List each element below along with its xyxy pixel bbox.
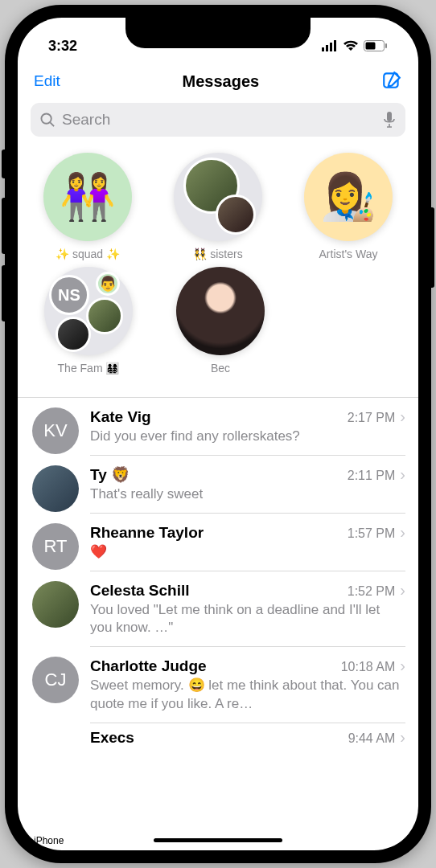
conversation-row[interactable]: Celesta Schill1:52 PM› You loved "Let me… (18, 571, 418, 647)
conversation-row[interactable]: Ty 🦁2:11 PM› That's really sweet (18, 456, 418, 514)
conv-preview: Sweet memory. 😄 let me think about that.… (90, 677, 405, 712)
conv-time: 1:52 PM (348, 584, 396, 599)
chevron-right-icon: › (400, 581, 405, 600)
svg-rect-0 (322, 47, 324, 51)
pinned-label: Bec (211, 362, 230, 375)
avatar-emoji: 👩‍🎨 (320, 170, 376, 223)
conv-preview: Did you ever find any rollerskates? (90, 428, 405, 445)
compose-button[interactable] (381, 69, 402, 93)
conv-time: 10:18 AM (341, 660, 396, 674)
watermark: iPhone (34, 835, 64, 846)
pinned-avatar: 👭 (43, 153, 132, 241)
pinned-label: Artist's Way (319, 248, 378, 260)
avatar-initials: NS (49, 275, 89, 315)
conv-time: 2:17 PM (348, 411, 396, 425)
pinned-label: 👯 sisters (193, 248, 242, 260)
search-bar[interactable] (31, 103, 405, 137)
svg-rect-1 (326, 45, 328, 51)
avatar-emoji: 👭 (60, 170, 116, 223)
conv-avatar: RT (32, 523, 79, 570)
conv-time: 1:57 PM (348, 526, 396, 541)
svg-rect-9 (387, 112, 392, 121)
pinned-conversation[interactable]: 👯 sisters (167, 153, 269, 260)
status-time: 3:32 (48, 38, 77, 55)
conv-time: 9:44 AM (348, 731, 396, 746)
pinned-conversation[interactable]: 👩‍🎨 Artist's Way (298, 153, 399, 260)
conversation-row[interactable]: KV Kate Vig2:17 PM› Did you ever find an… (18, 398, 418, 456)
conv-avatar (32, 581, 79, 628)
conv-name: Charlotte Judge (90, 657, 341, 675)
pinned-avatar: 👩‍🎨 (304, 153, 393, 241)
pinned-section: 👭 ✨ squad ✨ 👯 sisters 👩‍🎨 Artist's Way (18, 145, 418, 397)
notch (125, 18, 311, 48)
chevron-right-icon: › (400, 407, 405, 426)
conv-name: Ty 🦁 (90, 465, 348, 484)
edit-button[interactable]: Edit (34, 72, 60, 90)
page-title: Messages (183, 72, 260, 91)
home-indicator[interactable] (154, 838, 282, 842)
battery-icon (364, 40, 388, 51)
cellular-icon (322, 40, 338, 51)
chevron-right-icon: › (400, 657, 405, 675)
conversation-list[interactable]: KV Kate Vig2:17 PM› Did you ever find an… (18, 397, 418, 747)
conv-avatar: CJ (32, 657, 79, 703)
svg-point-8 (41, 113, 51, 123)
conv-name: Rheanne Taylor (90, 524, 348, 542)
svg-rect-5 (366, 43, 376, 50)
chevron-right-icon: › (400, 728, 405, 747)
pinned-avatar (176, 267, 265, 355)
conv-name: Execs (90, 729, 348, 747)
svg-rect-2 (330, 43, 332, 51)
conv-avatar (32, 465, 79, 512)
compose-icon (381, 69, 402, 90)
pinned-avatar: NS 👨 (44, 267, 133, 355)
search-input[interactable] (62, 111, 376, 129)
conversation-row[interactable]: CJ Charlotte Judge10:18 AM› Sweet memory… (18, 647, 418, 723)
conversation-row[interactable]: Execs9:44 AM› (18, 723, 418, 747)
conv-time: 2:11 PM (348, 469, 396, 483)
conv-name: Kate Vig (90, 408, 348, 426)
search-icon (40, 113, 56, 128)
conv-preview: ❤️ (90, 543, 405, 561)
chevron-right-icon: › (400, 523, 405, 542)
nav-bar: Edit Messages (18, 59, 418, 98)
conv-avatar: KV (32, 407, 79, 454)
chevron-right-icon: › (400, 465, 405, 484)
pinned-avatar (174, 153, 262, 241)
conv-preview: That's really sweet (90, 485, 405, 503)
svg-rect-6 (385, 43, 387, 48)
pinned-label: The Fam 👨‍👩‍👧‍👦 (58, 362, 120, 375)
dictation-icon[interactable] (383, 111, 396, 129)
conv-name: Celesta Schill (90, 582, 348, 600)
svg-rect-3 (334, 40, 336, 51)
conversation-row[interactable]: RT Rheanne Taylor1:57 PM› ❤️ (18, 514, 418, 571)
pinned-conversation[interactable]: NS 👨 The Fam 👨‍👩‍👧‍👦 (37, 267, 140, 375)
pinned-conversation[interactable]: Bec (169, 267, 272, 375)
pinned-label: ✨ squad ✨ (56, 248, 120, 260)
wifi-icon (343, 40, 359, 51)
pinned-conversation[interactable]: 👭 ✨ squad ✨ (37, 153, 138, 260)
conv-preview: You loved "Let me think on a deadline an… (90, 601, 405, 637)
status-icons (322, 40, 388, 51)
